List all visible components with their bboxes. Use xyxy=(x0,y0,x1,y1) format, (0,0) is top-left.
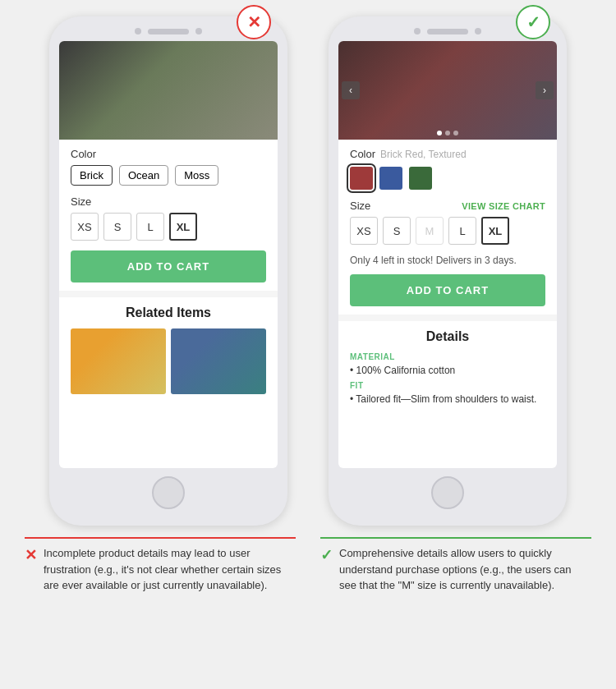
bad-color-label: Color xyxy=(71,148,266,160)
good-color-label: Color xyxy=(350,148,375,160)
good-size-s[interactable]: S xyxy=(383,217,411,245)
bad-home-button[interactable] xyxy=(152,476,185,509)
bad-size-label: Size xyxy=(71,195,91,208)
bad-size-xl[interactable]: XL xyxy=(169,213,197,241)
good-size-l[interactable]: L xyxy=(448,217,476,245)
carousel-dot-3[interactable] xyxy=(453,131,458,136)
bad-color-brick[interactable]: Brick xyxy=(71,165,113,186)
bad-caption-block: ✕ Incomplete product details may lead to… xyxy=(25,537,296,597)
good-divider xyxy=(338,315,557,321)
good-size-xl[interactable]: XL xyxy=(481,217,509,245)
bad-person-photo xyxy=(59,41,278,140)
bad-badge: ✕ xyxy=(237,5,271,39)
good-phone-screen: ‹ › Color Brick Red, Textured xyxy=(338,41,557,468)
bad-divider xyxy=(59,291,278,297)
bad-color-options: Brick Ocean Moss xyxy=(71,165,266,186)
bad-caption-header: ✕ Incomplete product details may lead to… xyxy=(25,545,296,594)
speaker-dot-bad xyxy=(135,28,141,34)
carousel-dot-1[interactable] xyxy=(437,131,442,136)
good-phone-frame: ‹ › Color Brick Red, Textured xyxy=(329,16,567,526)
good-material-text: • 100% California cotton xyxy=(350,365,545,376)
bad-phone-wrapper: ✕ Color Brick Ocean Moss xyxy=(41,16,296,526)
good-caption-icon: ✓ xyxy=(320,546,333,564)
good-swatch-ocean[interactable] xyxy=(379,167,402,190)
good-swatch-brick[interactable] xyxy=(350,167,373,190)
bad-size-l[interactable]: L xyxy=(136,213,164,241)
bad-size-xs[interactable]: XS xyxy=(71,213,99,241)
bad-phone-frame: Color Brick Ocean Moss Size XS S L XL xyxy=(49,16,287,526)
good-color-label-row: Color Brick Red, Textured xyxy=(350,148,545,160)
good-details-title: Details xyxy=(350,329,545,344)
speaker-bar-good xyxy=(427,29,468,34)
good-size-xs[interactable]: XS xyxy=(350,217,378,245)
bad-size-options: XS S L XL xyxy=(71,213,266,241)
speaker-dot2-good xyxy=(475,28,481,34)
good-fit-text: • Tailored fit—Slim from shoulders to wa… xyxy=(350,393,545,405)
bad-size-s[interactable]: S xyxy=(103,213,131,241)
bad-related-title: Related Items xyxy=(71,305,266,320)
good-caption-header: ✓ Comprehensive details allow users to q… xyxy=(320,545,591,594)
speaker-bar-bad xyxy=(148,29,189,34)
bad-size-label-row: Size xyxy=(71,195,266,208)
good-screen-body: Color Brick Red, Textured Size VIEW SIZE… xyxy=(338,140,557,416)
caption-row: ✕ Incomplete product details may lead to… xyxy=(16,537,600,597)
good-fit-label: FIT xyxy=(350,381,545,390)
bad-related-item-1[interactable] xyxy=(71,328,166,394)
good-size-label: Size xyxy=(350,200,370,212)
good-size-label-row: Size VIEW SIZE CHART xyxy=(350,200,545,212)
good-caption-text: Comprehensive details allow users to qui… xyxy=(339,545,591,594)
carousel-next-button[interactable]: › xyxy=(536,81,554,99)
good-add-to-cart-button[interactable]: ADD TO CART xyxy=(350,274,545,306)
good-badge: ✓ xyxy=(516,5,550,39)
bad-screen-body: Color Brick Ocean Moss Size XS S L XL xyxy=(59,140,278,402)
stock-note: Only 4 left in stock! Delivers in 3 days… xyxy=(350,255,545,266)
good-phone-wrapper: ✓ ‹ › xyxy=(320,16,575,526)
good-size-m: M xyxy=(416,217,444,245)
carousel-dot-2[interactable] xyxy=(445,131,450,136)
bad-color-ocean[interactable]: Ocean xyxy=(119,165,168,186)
good-material-label: MATERIAL xyxy=(350,352,545,361)
good-home-button[interactable] xyxy=(431,476,464,509)
bad-caption-text: Incomplete product details may lead to u… xyxy=(44,545,296,594)
good-color-swatches xyxy=(350,167,545,190)
bad-caption-icon: ✕ xyxy=(25,546,37,564)
carousel-prev-button[interactable]: ‹ xyxy=(342,81,360,99)
good-swatch-moss[interactable] xyxy=(409,167,432,190)
bad-add-to-cart-button[interactable]: ADD TO CART xyxy=(71,250,266,282)
bad-color-moss[interactable]: Moss xyxy=(175,165,218,186)
bad-related-items xyxy=(71,328,266,394)
good-color-selected-text: Brick Red, Textured xyxy=(380,149,467,160)
speaker-dot-good xyxy=(414,28,421,34)
phones-comparison-row: ✕ Color Brick Ocean Moss xyxy=(16,16,600,526)
bad-phone-screen: Color Brick Ocean Moss Size XS S L XL xyxy=(59,41,278,468)
carousel-dots xyxy=(437,131,458,136)
speaker-dot2-bad xyxy=(195,28,202,34)
view-size-chart-link[interactable]: VIEW SIZE CHART xyxy=(462,201,545,211)
good-size-options: XS S M L XL xyxy=(350,217,545,245)
good-product-image: ‹ › xyxy=(338,41,557,140)
bad-product-image xyxy=(59,41,278,140)
good-caption-block: ✓ Comprehensive details allow users to q… xyxy=(320,537,591,597)
good-person-photo xyxy=(338,41,557,140)
bad-related-item-2[interactable] xyxy=(171,328,266,394)
